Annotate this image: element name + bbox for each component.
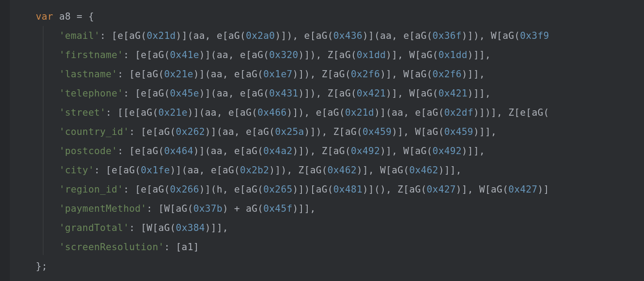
indent-guide bbox=[43, 26, 43, 255]
key-paymentMethod: 'paymentMethod' bbox=[59, 203, 147, 214]
key-country_id: 'country_id' bbox=[59, 126, 129, 137]
key-postcode: 'postcode' bbox=[59, 146, 117, 156]
key-screenResolution: 'screenResolution' bbox=[59, 242, 164, 252]
key-telephone: 'telephone' bbox=[59, 88, 123, 99]
key-lastname: 'lastname' bbox=[59, 69, 117, 80]
key-email: 'email' bbox=[59, 30, 100, 41]
key-grandTotal: 'grandTotal' bbox=[59, 222, 129, 233]
key-street: 'street' bbox=[59, 107, 106, 118]
gutter bbox=[0, 0, 10, 281]
keyword-var: var bbox=[36, 11, 53, 22]
code-block[interactable]: var a8 = { 'email': [e[aG(0x21d)](aa, e[… bbox=[0, 7, 644, 276]
var-a8: a8 bbox=[59, 11, 71, 22]
code-editor[interactable]: var a8 = { 'email': [e[aG(0x21d)](aa, e[… bbox=[0, 0, 644, 281]
key-region_id: 'region_id' bbox=[59, 184, 123, 195]
key-firstname: 'firstname' bbox=[59, 50, 123, 60]
key-city: 'city' bbox=[59, 165, 94, 176]
